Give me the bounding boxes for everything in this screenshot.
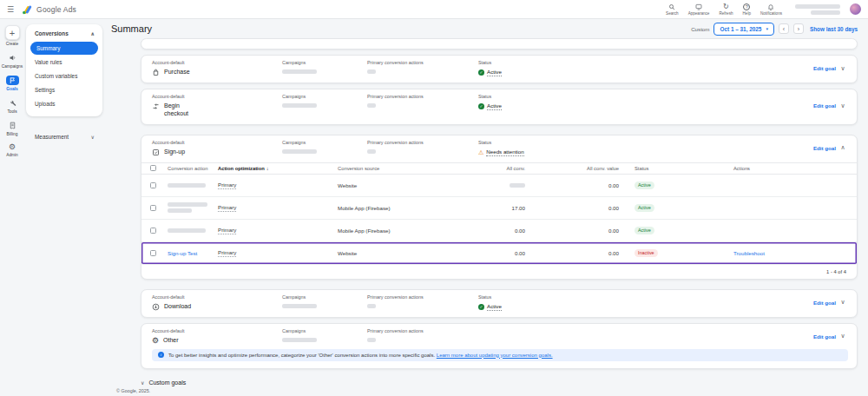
account-default-label: Account-default — [152, 94, 282, 99]
col-all-conv[interactable]: All conv. — [440, 166, 527, 171]
primary-actions-label: Primary conversion actions — [367, 294, 478, 300]
optimization-value[interactable]: Primary — [218, 182, 236, 189]
sidebar-section-measurement[interactable]: Measurement ∨ — [26, 130, 102, 143]
goal-name: Sign-up — [164, 148, 185, 155]
rail-item-goals[interactable]: Goals — [0, 76, 24, 91]
notifications-button[interactable]: Notifications — [760, 3, 782, 16]
sidebar-item-value-rules[interactable]: Value rules — [26, 56, 102, 69]
conv-count: 0.00 — [440, 250, 527, 256]
rail-item-campaigns[interactable]: Campaigns — [0, 53, 24, 69]
google-ads-logo — [22, 4, 32, 15]
row-checkbox[interactable] — [150, 228, 156, 234]
status-badge[interactable]: Needs attention — [486, 148, 523, 156]
primary-actions-col: Primary conversion actions — [367, 60, 478, 75]
optimization-value[interactable]: Primary — [218, 204, 236, 212]
edit-goal-link[interactable]: Edit goal — [803, 300, 836, 306]
rail-item-admin[interactable]: ⚙ Admin — [0, 143, 24, 157]
status-col: Status ✓ Active — [478, 294, 803, 311]
chevron-right-icon: › — [798, 26, 799, 32]
col-status[interactable]: Status — [635, 166, 733, 171]
table-row[interactable]: Primary Mobile App (Firebase) 17.00 0.00… — [141, 197, 857, 220]
conversion-action-link[interactable]: Sign-up Test — [168, 250, 218, 256]
source-value: Mobile App (Firebase) — [338, 228, 440, 234]
status-col: Status ✓ Active — [478, 60, 803, 76]
search-button[interactable]: Search — [666, 3, 679, 16]
rail-item-tools[interactable]: Tools — [0, 98, 24, 114]
col-all-conv-value[interactable]: All conv. value — [527, 166, 621, 171]
help-icon: ? — [743, 3, 750, 10]
learn-more-link[interactable]: Learn more about updating your conversio… — [437, 353, 553, 358]
row-checkbox[interactable] — [150, 205, 156, 211]
select-all-checkbox[interactable] — [150, 165, 156, 171]
campaigns-col: Campaigns — [282, 328, 367, 343]
next-period-button[interactable]: › — [793, 23, 804, 34]
status-badge[interactable]: Active — [487, 303, 502, 311]
avatar[interactable] — [850, 3, 861, 15]
redacted-conversion-subtext — [168, 208, 192, 213]
conversions-section-header[interactable]: Conversions ∧ — [26, 24, 102, 41]
purchase-bag-icon — [152, 69, 160, 76]
goal-card-download: Account-default Download Campaigns Prima… — [141, 289, 858, 318]
campaigns-icon — [6, 53, 19, 63]
edit-goal-link[interactable]: Edit goal — [803, 102, 836, 109]
optimization-value[interactable]: Primary — [218, 249, 236, 257]
edit-goal-link[interactable]: Edit goal — [803, 145, 836, 151]
sidebar-item-settings[interactable]: Settings — [26, 83, 102, 96]
date-controls: Custom Oct 1 – 31, 2025 ▾ ‹ › Show last … — [691, 23, 858, 36]
show-last-30-days-link[interactable]: Show last 30 days — [810, 26, 858, 32]
table-pagination: 1 - 4 of 4 — [141, 265, 857, 279]
account-info-redacted — [795, 4, 840, 15]
redacted-conversion-action — [168, 202, 207, 207]
expand-chevron-down-icon[interactable]: ∨ — [836, 299, 850, 306]
redacted-conversion-action — [168, 228, 206, 233]
status-badge: Inactive — [635, 249, 658, 257]
sidebar-item-custom-variables[interactable]: Custom variables — [26, 69, 102, 82]
active-check-icon: ✓ — [478, 69, 484, 76]
rail-create-button[interactable]: + Create — [0, 25, 24, 46]
table-row[interactable]: Primary Mobile App (Firebase) 0.00 0.00 … — [141, 220, 857, 242]
edit-goal-link[interactable]: Edit goal — [803, 65, 836, 71]
goal-name: Purchase — [164, 69, 190, 75]
rail-item-billing[interactable]: Billing — [0, 121, 24, 136]
edit-goal-link[interactable]: Edit goal — [803, 333, 836, 340]
status-col: Status ✓ Active — [478, 94, 803, 110]
collapse-chevron-up-icon[interactable]: ∧ — [836, 144, 850, 151]
table-row[interactable]: Primary Website 0.00 Active — [141, 175, 857, 197]
table-row-highlighted[interactable]: Sign-up Test Primary Website 0.00 0.00 I… — [141, 242, 857, 265]
col-conversion-source[interactable]: Conversion source — [338, 166, 440, 171]
col-conversion-action[interactable]: Conversion action — [168, 166, 218, 171]
expand-chevron-down-icon[interactable]: ∨ — [836, 65, 850, 72]
goal-name: Download — [164, 303, 191, 309]
conversion-table-header: Conversion action Action optimization ↓ … — [141, 162, 857, 175]
row-checkbox[interactable] — [150, 250, 156, 256]
primary-actions-col: Primary conversion actions — [367, 294, 478, 309]
menu-icon[interactable]: ☰ — [7, 5, 14, 14]
campaigns-col: Campaigns — [282, 140, 367, 155]
info-icon: i — [158, 352, 164, 358]
account-default-label: Account-default — [152, 294, 282, 300]
troubleshoot-link[interactable]: Troubleshoot — [733, 250, 852, 256]
primary-actions-label: Primary conversion actions — [367, 94, 478, 99]
optimization-value[interactable]: Primary — [218, 227, 236, 234]
date-range-selector[interactable]: Oct 1 – 31, 2025 ▾ — [713, 23, 773, 36]
help-button[interactable]: ? Help — [743, 3, 751, 16]
col-actions[interactable]: Actions — [733, 166, 852, 171]
sidebar-item-uploads[interactable]: Uploads — [26, 97, 102, 110]
notifications-icon — [767, 3, 774, 10]
row-checkbox[interactable] — [150, 182, 156, 188]
refresh-button[interactable]: ↻ Refresh — [719, 3, 733, 16]
appearance-button[interactable]: Appearance — [688, 3, 710, 16]
plus-icon: + — [5, 25, 20, 40]
tools-label: Tools — [7, 109, 16, 114]
col-action-optimization[interactable]: Action optimization ↓ — [218, 166, 338, 171]
goals-label: Goals — [6, 87, 17, 91]
status-badge[interactable]: Active — [487, 102, 502, 110]
status-badge[interactable]: Active — [487, 69, 502, 76]
expand-chevron-down-icon[interactable]: ∨ — [836, 333, 850, 340]
previous-period-button[interactable]: ‹ — [779, 23, 789, 34]
expand-chevron-down-icon[interactable]: ∨ — [836, 102, 850, 109]
custom-goals-section[interactable]: ∨ Custom goals — [141, 376, 858, 386]
campaigns-label: Campaigns — [282, 328, 367, 333]
sidebar-item-summary[interactable]: Summary — [30, 42, 98, 55]
admin-gear-icon: ⚙ — [9, 143, 16, 151]
